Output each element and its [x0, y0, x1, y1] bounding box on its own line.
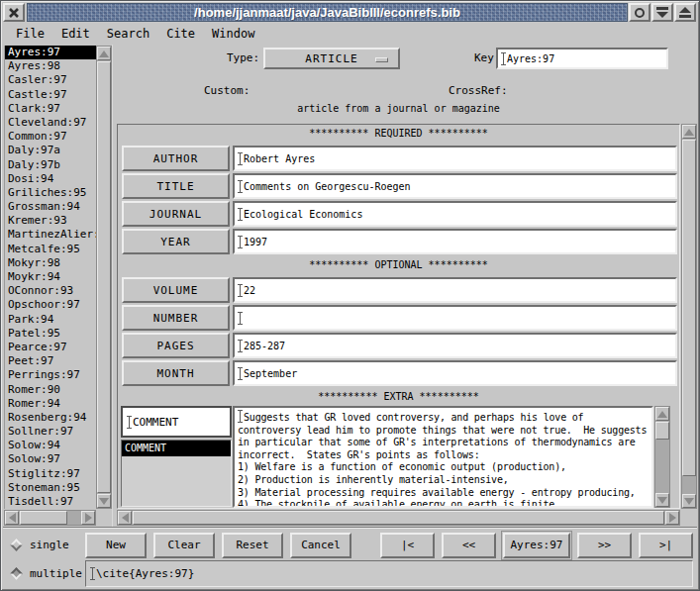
form-scroll-up-button[interactable] — [682, 125, 696, 139]
menu-cite[interactable]: Cite — [166, 27, 195, 41]
list-item[interactable]: Romer:90 — [5, 383, 96, 397]
list-item[interactable]: Patel:95 — [5, 327, 96, 341]
list-item[interactable]: Kremer:93 — [5, 214, 96, 228]
list-item[interactable]: Park:94 — [5, 313, 96, 327]
list-item[interactable]: Sollner:97 — [5, 425, 96, 439]
year-label-button[interactable]: YEAR — [122, 229, 230, 254]
form-horizontal-scroll-thumb[interactable] — [133, 511, 664, 525]
list-item[interactable]: Moykr:94 — [5, 270, 96, 284]
scroll-up-icon — [99, 50, 109, 57]
mode-multiple-radio[interactable]: multiple — [3, 567, 85, 580]
field-row: MONTHSeptember — [118, 360, 679, 386]
month-label-button[interactable]: MONTH — [122, 360, 230, 386]
list-item[interactable]: Metcalfe:95 — [5, 243, 96, 256]
pages-input[interactable]: 285-287 — [233, 333, 677, 358]
list-item[interactable]: Cleveland:97 — [5, 116, 96, 130]
list-item[interactable]: Rosenberg:94 — [5, 411, 96, 425]
list-item[interactable]: Solow:94 — [5, 439, 96, 452]
list-scroll-down-button[interactable] — [97, 494, 111, 508]
reset-button[interactable]: Reset — [222, 533, 283, 558]
list-vertical-scroll-thumb[interactable] — [97, 61, 111, 493]
mode-single-radio[interactable]: single — [3, 539, 85, 551]
list-item[interactable]: Common:97 — [5, 130, 96, 144]
list-item[interactable]: Perrings:97 — [5, 368, 96, 382]
list-item[interactable]: Griliches:95 — [5, 186, 96, 200]
list-item[interactable]: Dosi:94 — [5, 172, 96, 186]
comment-scroll-down-button[interactable] — [655, 493, 669, 507]
list-item[interactable]: Romer:94 — [5, 397, 96, 411]
form-vertical-scroll-thumb[interactable] — [682, 140, 696, 476]
volume-input[interactable]: 22 — [233, 277, 677, 303]
menu-edit[interactable]: Edit — [61, 27, 90, 41]
list-horizontal-scrollbar[interactable] — [4, 510, 96, 526]
list-item[interactable]: Clark:97 — [5, 102, 96, 116]
comment-scrollbar[interactable] — [654, 406, 670, 508]
close-button[interactable] — [3, 3, 25, 22]
comment-scroll-thumb[interactable] — [655, 422, 669, 440]
form-scroll-down-button[interactable] — [682, 494, 696, 508]
menu-window[interactable]: Window — [212, 27, 254, 41]
volume-label-button[interactable]: VOLUME — [122, 277, 230, 303]
list-item[interactable]: Pearce:97 — [5, 341, 96, 354]
list-item[interactable]: OConnor:93 — [5, 284, 96, 298]
extra-field-name-input[interactable]: COMMENT — [121, 406, 232, 438]
list-item[interactable]: Casler:97 — [5, 73, 96, 87]
list-scroll-left-button[interactable] — [5, 511, 19, 525]
lower-button[interactable] — [651, 3, 673, 22]
list-vertical-scrollbar[interactable] — [96, 46, 112, 509]
cite-command-input[interactable]: \cite{Ayres:97} — [85, 560, 693, 587]
list-item[interactable]: Castle:97 — [5, 88, 96, 102]
pages-label-button[interactable]: PAGES — [122, 333, 230, 358]
nav-first-button[interactable]: |< — [380, 533, 435, 558]
number-label-button[interactable]: NUMBER — [122, 305, 230, 331]
list-item[interactable]: Daly:97a — [5, 144, 96, 157]
list-item[interactable]: Tisdell:97 — [5, 495, 96, 509]
crossref-label: CrossRef: — [449, 84, 508, 97]
list-horizontal-scroll-thumb[interactable] — [20, 511, 67, 525]
journal-input[interactable]: Ecological Economics — [233, 201, 677, 227]
list-item[interactable]: Solow:97 — [5, 452, 96, 466]
title-label-button[interactable]: TITLE — [122, 173, 230, 199]
menu-search[interactable]: Search — [107, 27, 150, 41]
list-scroll-up-button[interactable] — [97, 47, 111, 60]
nav-previous-button[interactable]: << — [442, 533, 496, 558]
journal-label-button[interactable]: JOURNAL — [122, 201, 230, 227]
title-input[interactable]: Comments on Georgescu-Roegen — [233, 173, 677, 199]
cancel-button[interactable]: Cancel — [290, 533, 351, 558]
list-item[interactable]: Ayres:98 — [5, 59, 96, 73]
nav-last-button[interactable]: >| — [639, 533, 693, 558]
nav-current-key-button[interactable]: Ayres:97 — [503, 533, 570, 558]
key-input[interactable]: Ayres:97 — [496, 48, 668, 69]
field-row: NUMBER — [118, 305, 679, 331]
menu-file[interactable]: File — [16, 27, 45, 41]
nav-next-button[interactable]: >> — [577, 533, 632, 558]
list-item[interactable]: MartinezAlier:9 — [5, 228, 96, 242]
list-item[interactable]: Ayres:97 — [5, 46, 96, 59]
author-input[interactable]: Robert Ayres — [233, 146, 677, 171]
list-item[interactable]: Peet:97 — [5, 354, 96, 368]
list-item[interactable]: Mokyr:98 — [5, 256, 96, 270]
form-horizontal-scrollbar[interactable] — [117, 510, 680, 526]
month-input[interactable]: September — [233, 360, 677, 386]
new-button[interactable]: New — [85, 533, 147, 558]
year-input[interactable]: 1997 — [233, 229, 677, 254]
list-item[interactable]: Stiglitz:97 — [5, 467, 96, 481]
comment-textarea[interactable]: Suggests that GR loved controversy, and … — [233, 406, 653, 508]
form-vertical-scrollbar[interactable] — [681, 124, 697, 509]
comment-scroll-up-button[interactable] — [655, 407, 669, 421]
list-item[interactable]: Opschoor:97 — [5, 298, 96, 312]
title-bar[interactable]: /home/jjanmaat/java/JavaBibIII/econrefs.… — [27, 3, 628, 22]
list-item[interactable]: COMMENT — [122, 441, 231, 456]
number-input[interactable] — [233, 305, 677, 331]
form-scroll-right-button[interactable] — [665, 511, 679, 525]
raise-button[interactable] — [674, 3, 696, 22]
list-scroll-right-button[interactable] — [81, 511, 95, 525]
author-label-button[interactable]: AUTHOR — [122, 146, 230, 171]
clear-button[interactable]: Clear — [153, 533, 215, 558]
list-item[interactable]: Grossman:94 — [5, 200, 96, 214]
form-scroll-left-button[interactable] — [118, 511, 132, 525]
iconify-button[interactable] — [629, 3, 650, 22]
list-item[interactable]: Stoneman:95 — [5, 481, 96, 495]
type-dropdown[interactable]: ARTICLE — [263, 48, 400, 69]
list-item[interactable]: Daly:97b — [5, 158, 96, 172]
